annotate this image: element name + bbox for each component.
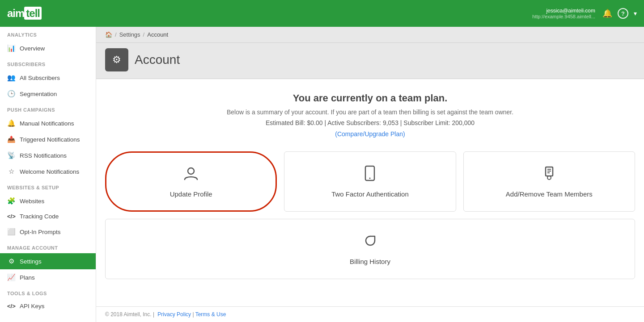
add-remove-team-label: Add/Remove Team Members xyxy=(506,190,593,198)
sidebar-section-tools-logs: TOOLS & LOGS </> API Keys xyxy=(0,285,96,314)
main-content: 🏠 / Settings / Account ⚙ Account You are… xyxy=(96,27,644,322)
sidebar-section-analytics: ANALYTICS 📊 Overview xyxy=(0,27,96,56)
sidebar: ANALYTICS 📊 Overview SUBSCRIBERS 👥 All S… xyxy=(0,27,96,322)
upgrade-plan-link[interactable]: (Compare/Upgrade Plan) xyxy=(335,130,405,138)
sidebar-item-label: Segmentation xyxy=(20,91,57,97)
settings-icon: ⚙ xyxy=(7,257,15,265)
sidebar-item-label: Overview xyxy=(20,45,45,52)
billing-history-label: Billing History xyxy=(350,258,390,265)
sidebar-item-manual-notifications[interactable]: 🔔 Manual Notifications xyxy=(0,115,96,131)
sidebar-item-overview[interactable]: 📊 Overview xyxy=(0,40,96,56)
section-label-tools: TOOLS & LOGS xyxy=(0,285,96,299)
plan-stats: Estimated Bill: $0.00 | Active Subscribe… xyxy=(105,119,635,126)
section-label-push: PUSH CAMPAIGNS xyxy=(0,102,96,115)
top-nav-icons: 🔔 ? ▾ xyxy=(602,8,637,19)
logo[interactable]: aimtell xyxy=(7,7,42,20)
account-content: You are currently on a team plan. Below … xyxy=(96,79,644,288)
sidebar-item-label: Websites xyxy=(20,198,44,205)
copyright: © 2018 Aimtell, Inc. | xyxy=(105,311,154,318)
sidebar-section-websites-setup: WEBSITES & SETUP 🧩 Websites </> Tracking… xyxy=(0,180,96,240)
sidebar-item-all-subscribers[interactable]: 👥 All Subscribers xyxy=(0,70,96,86)
page-title-row: ⚙ Account xyxy=(96,43,644,79)
rss-icon: 📡 xyxy=(7,151,15,159)
sidebar-section-manage-account: MANAGE ACCOUNT ⚙ Settings 📈 Plans xyxy=(0,240,96,285)
users-icon: 👥 xyxy=(7,74,15,82)
plan-info: You are currently on a team plan. Below … xyxy=(105,92,635,138)
bell-icon[interactable]: 🔔 xyxy=(602,8,612,18)
sidebar-item-segmentation[interactable]: 🕒 Segmentation xyxy=(0,86,96,102)
plan-subtitle: Below is a summary of your account. If y… xyxy=(105,109,635,116)
team-icon xyxy=(541,165,557,185)
sidebar-item-label: Tracking Code xyxy=(20,213,59,220)
sidebar-item-label: Settings xyxy=(20,258,42,265)
footer: © 2018 Aimtell, Inc. | Privacy Policy | … xyxy=(96,306,644,322)
top-navigation: aimtell jessica@aimtell.com http://examp… xyxy=(0,0,644,27)
section-label-websites: WEBSITES & SETUP xyxy=(0,180,96,193)
sidebar-item-opt-in-prompts[interactable]: ⬜ Opt-In Prompts xyxy=(0,224,96,240)
plan-heading: You are currently on a team plan. xyxy=(105,92,635,104)
user-url: http://example.9458.aimtell... xyxy=(532,14,595,19)
svg-point-2 xyxy=(369,178,371,179)
welcome-icon: ☆ xyxy=(7,167,15,176)
add-remove-team-card[interactable]: Add/Remove Team Members xyxy=(463,151,635,212)
sidebar-item-websites[interactable]: 🧩 Websites xyxy=(0,193,96,209)
section-label-analytics: ANALYTICS xyxy=(0,27,96,40)
page-header-breadcrumb: 🏠 / Settings / Account xyxy=(96,27,644,43)
sidebar-item-plans[interactable]: 📈 Plans xyxy=(0,269,96,285)
sidebar-item-label: Triggered Notifications xyxy=(20,136,80,143)
plans-icon: 📈 xyxy=(7,273,15,281)
billing-history-card[interactable]: Billing History xyxy=(105,219,635,279)
sidebar-item-label: Opt-In Prompts xyxy=(20,229,61,235)
breadcrumb-settings[interactable]: Settings xyxy=(119,31,140,38)
sidebar-item-label: Plans xyxy=(20,274,35,281)
sidebar-item-settings[interactable]: ⚙ Settings xyxy=(0,253,96,269)
section-label-manage: MANAGE ACCOUNT xyxy=(0,240,96,253)
phone-icon xyxy=(363,165,377,185)
sidebar-item-label: API Keys xyxy=(20,303,45,309)
page-title: Account xyxy=(135,53,180,67)
two-factor-label: Two Factor Authentication xyxy=(331,190,409,198)
segmentation-icon: 🕒 xyxy=(7,90,15,98)
sidebar-item-label: Manual Notifications xyxy=(20,120,74,127)
svg-point-0 xyxy=(188,168,194,174)
websites-icon: 🧩 xyxy=(7,197,15,205)
api-keys-icon: </> xyxy=(7,303,15,309)
sidebar-section-push-campaigns: PUSH CAMPAIGNS 🔔 Manual Notifications 📤 … xyxy=(0,102,96,180)
code-icon: </> xyxy=(7,213,15,220)
sidebar-item-label: All Subscribers xyxy=(20,75,60,81)
top-nav-right: jessica@aimtell.com http://example.9458.… xyxy=(532,8,637,19)
section-label-subscribers: SUBSCRIBERS xyxy=(0,56,96,70)
update-profile-card[interactable]: Update Profile xyxy=(105,151,277,212)
sidebar-item-rss-notifications[interactable]: 📡 RSS Notifications xyxy=(0,147,96,163)
bell-icon: 🔔 xyxy=(7,119,15,127)
terms-use-link[interactable]: Terms & Use xyxy=(195,311,226,318)
sidebar-item-tracking-code[interactable]: </> Tracking Code xyxy=(0,209,96,224)
breadcrumb: 🏠 / Settings / Account xyxy=(105,31,168,38)
sidebar-section-subscribers: SUBSCRIBERS 👥 All Subscribers 🕒 Segmenta… xyxy=(0,56,96,102)
breadcrumb-account: Account xyxy=(147,31,168,38)
page-title-icon: ⚙ xyxy=(105,48,128,71)
triggered-icon: 📤 xyxy=(7,135,15,143)
dropdown-chevron-icon[interactable]: ▾ xyxy=(634,10,637,17)
home-icon[interactable]: 🏠 xyxy=(105,31,112,38)
chart-icon: 📊 xyxy=(7,44,15,52)
billing-icon xyxy=(362,233,378,252)
two-factor-card[interactable]: Two Factor Authentication xyxy=(284,151,456,212)
optin-icon: ⬜ xyxy=(7,228,15,236)
help-icon[interactable]: ? xyxy=(618,8,628,19)
sidebar-item-api-keys[interactable]: </> API Keys xyxy=(0,299,96,314)
user-info: jessica@aimtell.com http://example.9458.… xyxy=(532,8,595,19)
sidebar-item-triggered-notifications[interactable]: 📤 Triggered Notifications xyxy=(0,131,96,147)
cards-row-1: Update Profile Two Factor Authentication xyxy=(105,151,635,212)
sidebar-item-welcome-notifications[interactable]: ☆ Welcome Notifications xyxy=(0,163,96,180)
privacy-policy-link[interactable]: Privacy Policy xyxy=(157,311,191,318)
user-email: jessica@aimtell.com xyxy=(532,8,595,14)
sidebar-item-label: Welcome Notifications xyxy=(20,168,79,175)
update-profile-label: Update Profile xyxy=(170,190,212,198)
sidebar-item-label: RSS Notifications xyxy=(20,152,67,159)
logo-text: aimtell xyxy=(7,7,42,20)
profile-icon xyxy=(183,165,199,185)
